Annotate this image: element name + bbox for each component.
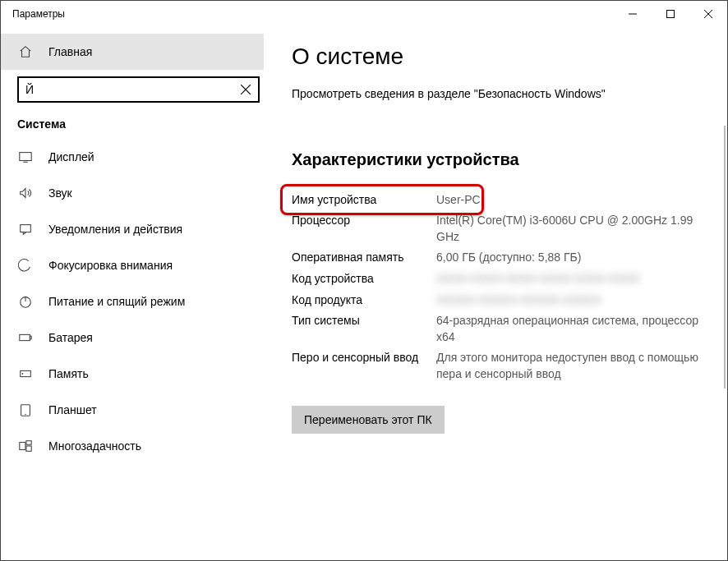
svg-rect-18	[26, 441, 31, 445]
security-link-text[interactable]: Просмотреть сведения в разделе "Безопасн…	[292, 86, 637, 103]
sidebar-item-storage[interactable]: Память	[1, 356, 264, 392]
sidebar-item-display[interactable]: Дисплей	[1, 139, 264, 175]
display-icon	[17, 149, 34, 164]
sidebar-item-battery[interactable]: Батарея	[1, 320, 264, 356]
product-id-value: XXXXX-XXXXX-XXXXX-XXXXX	[436, 292, 699, 309]
sidebar-item-label: Уведомления и действия	[48, 223, 182, 236]
search-box[interactable]	[17, 76, 260, 103]
notifications-icon	[17, 222, 34, 237]
spec-row-product-id: Код продукта XXXXX-XXXXX-XXXXX-XXXXX	[292, 292, 699, 309]
home-icon	[17, 44, 34, 59]
product-id-label: Код продукта	[292, 292, 436, 309]
device-id-value: XXXX-XXXX-XXXX-XXXX-XXXX-XXXX	[436, 271, 699, 287]
storage-icon	[17, 366, 34, 381]
sidebar-item-label: Батарея	[48, 331, 93, 344]
svg-rect-1	[667, 11, 675, 18]
sidebar-item-home[interactable]: Главная	[1, 34, 264, 70]
scrollbar[interactable]	[724, 126, 726, 389]
cpu-value: Intel(R) Core(TM) i3-6006U CPU @ 2.00GHz…	[436, 213, 699, 245]
rename-pc-button[interactable]: Переименовать этот ПК	[292, 406, 445, 434]
tablet-icon	[17, 402, 34, 417]
sidebar-section-system: Система	[1, 117, 264, 131]
battery-icon	[17, 330, 34, 345]
titlebar: Параметры	[1, 1, 727, 27]
sidebar-item-multitasking[interactable]: Многозадачность	[1, 428, 264, 464]
svg-rect-19	[26, 446, 31, 451]
window-title: Параметры	[12, 8, 614, 20]
sidebar-item-notifications[interactable]: Уведомления и действия	[1, 211, 264, 247]
device-id-label: Код устройства	[292, 271, 436, 287]
sidebar-item-label: Планшет	[48, 403, 97, 416]
page-title: О системе	[292, 44, 699, 70]
svg-rect-6	[20, 153, 31, 161]
spec-row-system-type: Тип системы 64-разрядная операционная си…	[292, 313, 699, 345]
sidebar-item-label: Фокусировка внимания	[48, 259, 173, 272]
sidebar-item-label: Дисплей	[48, 150, 94, 163]
sidebar: Главная Система Дисплей Звук Уведомления…	[1, 27, 264, 560]
sidebar-item-tablet[interactable]: Планшет	[1, 392, 264, 428]
svg-rect-17	[20, 443, 25, 450]
device-specs-heading: Характеристики устройства	[292, 150, 699, 169]
window-controls	[614, 1, 727, 27]
focus-icon	[17, 258, 34, 273]
system-type-value: 64-разрядная операционная система, проце…	[436, 313, 699, 345]
sound-icon	[17, 186, 34, 200]
sidebar-item-label: Звук	[48, 186, 72, 200]
maximize-button[interactable]	[652, 1, 689, 27]
clear-search-icon[interactable]	[233, 85, 258, 94]
sidebar-item-label: Питание и спящий режим	[48, 295, 185, 308]
svg-rect-11	[20, 334, 30, 340]
sidebar-item-label: Многозадачность	[48, 439, 141, 453]
spec-row-cpu: Процессор Intel(R) Core(TM) i3-6006U CPU…	[292, 213, 699, 245]
ram-value: 6,00 ГБ (доступно: 5,88 ГБ)	[436, 250, 699, 266]
spec-row-device-name: Имя устройства User-PC	[292, 192, 699, 209]
device-name-value: User-PC	[436, 192, 699, 209]
search-input[interactable]	[19, 83, 233, 96]
home-label: Главная	[48, 45, 92, 58]
pen-touch-value: Для этого монитора недоступен ввод с пом…	[436, 350, 699, 382]
main-content: О системе Просмотреть сведения в разделе…	[264, 27, 727, 560]
svg-rect-8	[21, 225, 31, 232]
ram-label: Оперативная память	[292, 250, 436, 266]
svg-point-16	[25, 414, 25, 415]
sidebar-item-focus[interactable]: Фокусировка внимания	[1, 247, 264, 283]
cpu-label: Процессор	[292, 213, 436, 245]
close-button[interactable]	[689, 1, 727, 27]
svg-rect-12	[30, 336, 31, 339]
sidebar-item-sound[interactable]: Звук	[1, 175, 264, 211]
spec-row-ram: Оперативная память 6,00 ГБ (доступно: 5,…	[292, 250, 699, 266]
sidebar-item-power[interactable]: Питание и спящий режим	[1, 283, 264, 320]
sidebar-item-label: Память	[48, 367, 89, 380]
device-name-label: Имя устройства	[292, 192, 436, 209]
system-type-label: Тип системы	[292, 313, 436, 345]
power-icon	[17, 294, 34, 309]
svg-point-14	[22, 373, 24, 375]
multitasking-icon	[17, 439, 34, 453]
minimize-button[interactable]	[614, 1, 652, 27]
pen-touch-label: Перо и сенсорный ввод	[292, 350, 436, 382]
spec-row-pen-touch: Перо и сенсорный ввод Для этого монитора…	[292, 350, 699, 382]
spec-row-device-id: Код устройства XXXX-XXXX-XXXX-XXXX-XXXX-…	[292, 271, 699, 287]
